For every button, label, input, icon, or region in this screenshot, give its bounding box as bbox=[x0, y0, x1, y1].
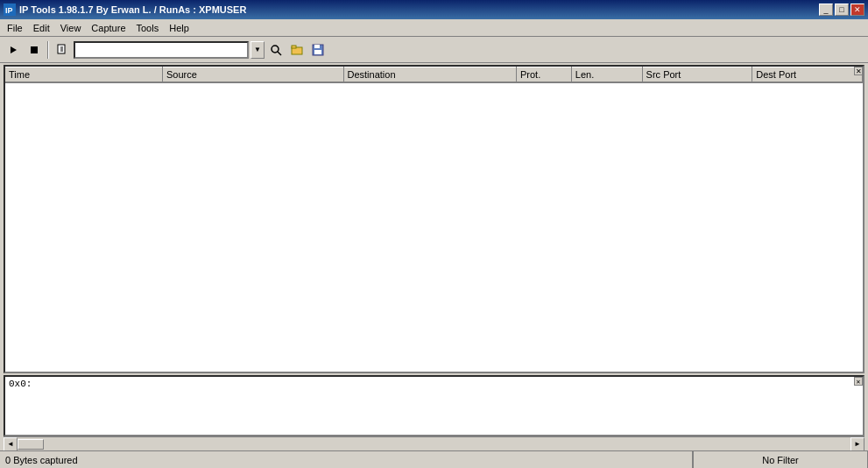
save-button[interactable] bbox=[308, 40, 328, 60]
play-button[interactable] bbox=[4, 40, 23, 60]
maximize-button[interactable]: □ bbox=[835, 4, 849, 16]
open-icon bbox=[291, 44, 303, 56]
horizontal-scrollbar[interactable]: ◄ ► bbox=[4, 436, 864, 450]
svg-rect-11 bbox=[292, 46, 296, 48]
filter-input[interactable] bbox=[74, 41, 249, 59]
col-prot[interactable]: Prot. bbox=[516, 67, 571, 83]
scroll-track[interactable] bbox=[18, 439, 850, 450]
menu-item-capture[interactable]: Capture bbox=[86, 19, 131, 36]
toolbar-separator-1 bbox=[47, 41, 49, 59]
menu-item-view[interactable]: View bbox=[55, 19, 87, 36]
close-button[interactable]: ✕ bbox=[850, 4, 864, 16]
svg-text:IP: IP bbox=[5, 6, 13, 15]
col-dest-port[interactable]: Dest Port bbox=[752, 67, 863, 83]
save-icon bbox=[312, 44, 324, 56]
stop-button[interactable] bbox=[25, 40, 44, 60]
search-icon bbox=[270, 44, 282, 56]
hex-panel-close-button[interactable]: ✕ bbox=[854, 377, 863, 386]
main-container: ✕ Time Source Destination Prot. Len. Src… bbox=[0, 63, 868, 450]
minimize-button[interactable]: _ bbox=[819, 4, 833, 16]
search-button[interactable] bbox=[266, 40, 286, 60]
status-bar: 0 Bytes captured No Filter bbox=[0, 450, 868, 468]
stop-icon bbox=[30, 46, 39, 54]
svg-rect-14 bbox=[314, 50, 321, 54]
title-bar-left: IP IP Tools 1.98.1.7 By Erwan L. / RunAs… bbox=[4, 4, 246, 16]
svg-marker-2 bbox=[11, 46, 17, 53]
title-bar-buttons: _ □ ✕ bbox=[819, 4, 864, 16]
open-button[interactable] bbox=[287, 40, 307, 60]
col-destination[interactable]: Destination bbox=[343, 67, 516, 83]
svg-line-9 bbox=[278, 52, 281, 55]
app-icon: IP bbox=[4, 4, 16, 16]
svg-rect-3 bbox=[31, 46, 38, 53]
menu-item-help[interactable]: Help bbox=[164, 19, 194, 36]
toolbar: ▼ bbox=[0, 37, 868, 63]
new-button[interactable] bbox=[53, 40, 72, 60]
col-time[interactable]: Time bbox=[5, 67, 163, 83]
filter-combo-container: ▼ bbox=[74, 41, 265, 59]
menu-item-file[interactable]: File bbox=[2, 19, 28, 36]
play-icon bbox=[9, 46, 18, 54]
col-source[interactable]: Source bbox=[163, 67, 343, 83]
packet-panel-close-button[interactable]: ✕ bbox=[854, 67, 863, 75]
col-len[interactable]: Len. bbox=[571, 67, 642, 83]
svg-point-8 bbox=[272, 46, 279, 53]
app-title: IP Tools 1.98.1.7 By Erwan L. / RunAs : … bbox=[19, 4, 246, 15]
svg-rect-13 bbox=[314, 45, 320, 48]
filter-status: No Filter bbox=[693, 451, 868, 468]
new-icon bbox=[56, 44, 68, 56]
hex-panel: ✕ 0x0: bbox=[4, 375, 864, 436]
packet-panel: ✕ Time Source Destination Prot. Len. Src… bbox=[4, 65, 864, 373]
bytes-captured-status: 0 Bytes captured bbox=[0, 451, 693, 468]
packet-table: Time Source Destination Prot. Len. Src P… bbox=[5, 67, 863, 83]
hex-content: 0x0: bbox=[9, 379, 32, 389]
table-header-row: Time Source Destination Prot. Len. Src P… bbox=[5, 67, 863, 83]
menu-item-tools[interactable]: Tools bbox=[131, 19, 165, 36]
title-bar: IP IP Tools 1.98.1.7 By Erwan L. / RunAs… bbox=[0, 0, 868, 19]
col-src-port[interactable]: Src Port bbox=[642, 67, 752, 83]
filter-dropdown-button[interactable]: ▼ bbox=[251, 41, 265, 59]
menu-item-edit[interactable]: Edit bbox=[28, 19, 55, 36]
scroll-left-button[interactable]: ◄ bbox=[4, 437, 18, 451]
scroll-thumb[interactable] bbox=[18, 439, 44, 450]
scroll-right-button[interactable]: ► bbox=[850, 437, 864, 451]
menu-bar: File Edit View Capture Tools Help bbox=[0, 19, 868, 37]
